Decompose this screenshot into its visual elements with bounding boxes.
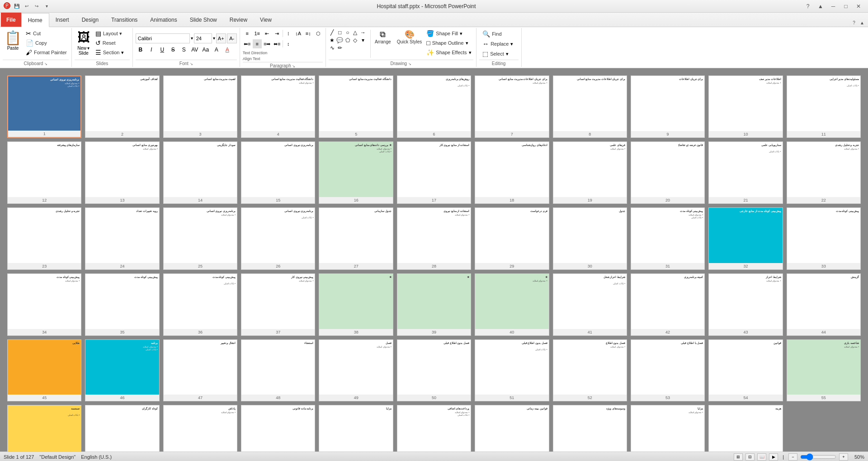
find-button[interactable]: 🔍 Find xyxy=(481,29,517,38)
shape-outline-button[interactable]: □ Shape Outline ▾ xyxy=(425,38,473,47)
slide-thumb[interactable]: برای جریان اطلاعات مدیریت منابع انسانی 8 xyxy=(553,75,627,138)
text-direction-btn[interactable]: ↕A xyxy=(294,29,303,38)
strikethrough-button[interactable]: S xyxy=(168,45,178,55)
new-slide-label[interactable]: New ▾ xyxy=(77,46,90,51)
slide-thumb[interactable]: طلایی 45 xyxy=(7,339,81,402)
bullets-button[interactable]: ≡ xyxy=(243,29,252,38)
slide-thumb[interactable]: مزایا • محتوای اسلاید 64 xyxy=(631,405,705,452)
slide-thumb[interactable]: پیش‌بینی کوتاه مدت • محتوای اسلاید • نکا… xyxy=(631,207,705,270)
slide-thumb[interactable]: سناریویابی علمی • نکات اصلی 21 xyxy=(708,141,783,204)
slide-thumb[interactable]: جدول سازمانی 27 xyxy=(319,207,393,270)
ribbon-toggle-btn[interactable]: ▲ xyxy=(815,2,826,11)
bold-button[interactable]: B xyxy=(136,45,146,55)
slide-thumb[interactable]: ★ • محتوای اسلاید 40 xyxy=(475,273,549,336)
shadow-button[interactable]: S xyxy=(179,45,189,55)
tab-file[interactable]: File xyxy=(1,13,21,27)
slide-thumb[interactable]: شرایط احراز شغل • نکات اصلی 41 xyxy=(553,273,627,336)
shape-pentagon[interactable]: ⬠ xyxy=(344,37,351,44)
align-center-btn[interactable]: ≡ xyxy=(253,39,262,48)
slide-thumb[interactable]: اهمیت مدیریت منابع انسانی 3 xyxy=(163,75,237,138)
change-case-button[interactable]: Aa xyxy=(201,45,211,55)
slide-thumb[interactable]: کمیته برنامه‌ریزی 42 xyxy=(631,273,705,336)
align-left-btn[interactable]: ⬅≡ xyxy=(243,39,252,48)
slide-thumb[interactable]: پیش‌بینی کوتاه مدت 33 xyxy=(787,207,861,270)
maximize-btn[interactable]: □ xyxy=(840,2,852,11)
shape-callout[interactable]: 💬 xyxy=(336,37,344,44)
char-spacing-button[interactable]: AV xyxy=(190,45,200,55)
slide-sorter-btn[interactable]: ⊟ xyxy=(745,453,755,461)
reset-button[interactable]: ↺ Reset xyxy=(94,38,130,47)
slide-thumb[interactable]: پیش‌بینی کوتاه مدت 35 xyxy=(85,273,159,336)
tab-view[interactable]: View xyxy=(254,13,278,27)
new-slide-button[interactable]: 🖼 xyxy=(75,29,93,46)
slide-thumb[interactable]: وسوسه‌های ویژه 63 xyxy=(553,405,627,452)
customize-quick-btn[interactable]: ▾ xyxy=(42,2,51,10)
slide-thumb[interactable]: روش‌های برنامه‌ریزی • نکات اصلی 6 xyxy=(397,75,471,138)
slide-thumb[interactable]: برنامه‌ریزی نیروی انسانی • محتوای اسلاید… xyxy=(7,75,81,138)
slide-thumb[interactable]: فصل بدون اطلاع قبلی • نکات اصلی 51 xyxy=(475,339,549,402)
slide-thumb[interactable]: انتقال و تغییر 47 xyxy=(163,339,237,402)
slide-thumb[interactable]: تجربه و تحلیل رشدی 23 xyxy=(7,207,81,270)
slide-thumb[interactable]: شرایط احراز • محتوای اسلاید 43 xyxy=(708,273,783,336)
normal-view-btn[interactable]: ⊞ xyxy=(734,453,743,461)
redo-quick-btn[interactable]: ↪ xyxy=(33,2,41,10)
columns-button[interactable]: ⫶ xyxy=(284,29,293,38)
slide-thumb[interactable]: فصل • محتوای اسلاید 49 xyxy=(319,339,393,402)
slide-thumb[interactable]: پرداخت‌های اضافی • محتوای اسلاید • نکات … xyxy=(397,405,471,452)
slide-thumb[interactable]: قوانین بیمه زمانی 62 xyxy=(475,405,549,452)
slide-thumb[interactable]: اطلاعات مدیر صف • محتوای اسلاید 10 xyxy=(708,75,783,138)
shape-diamond[interactable]: ◇ xyxy=(352,37,359,44)
slide-thumb[interactable]: جدول 30 xyxy=(553,207,627,270)
arrange-button[interactable]: ⧉ Arrange xyxy=(372,29,394,46)
increase-font-btn[interactable]: A+ xyxy=(216,33,226,43)
slide-thumb[interactable]: پاداش • محتوای اسلاید 58 xyxy=(163,405,237,452)
zoom-in-btn[interactable]: + xyxy=(839,453,848,461)
decrease-indent-btn[interactable]: ⇤ xyxy=(263,29,272,38)
underline-button[interactable]: U xyxy=(157,45,167,55)
slide-thumb[interactable]: فصل با اطلاع قبلی 53 xyxy=(631,339,705,402)
shape-fill-button[interactable]: 🪣 Shape Fill ▾ xyxy=(425,29,473,38)
slide-thumb[interactable]: برنامه • محتوای اسلاید • نکات اصلی 46 xyxy=(85,339,159,402)
tab-insert[interactable]: Insert xyxy=(49,13,75,27)
tab-home[interactable]: Home xyxy=(21,13,49,27)
shape-more[interactable]: ▾ xyxy=(359,37,367,44)
slide-thumb[interactable]: ادغام‌های روان‌شناسی 18 xyxy=(475,141,549,204)
slide-thumb[interactable]: برنامه‌ریزی نیروی انسانی 15 xyxy=(241,141,315,204)
slideshow-btn[interactable]: ▶ xyxy=(769,453,778,461)
undo-quick-btn[interactable]: ↩ xyxy=(23,2,31,10)
slide-thumb[interactable]: برای جریان اطلاعات 9 xyxy=(631,75,705,138)
shape-circle[interactable]: ○ xyxy=(344,29,351,36)
italic-button[interactable]: I xyxy=(146,45,156,55)
cut-button[interactable]: ✂ Cut xyxy=(24,29,69,38)
clear-format-btn[interactable]: A xyxy=(212,45,222,55)
slide-thumb[interactable]: صمصمه • نکات اصلی 56 xyxy=(7,405,81,452)
slide-thumb[interactable]: پیش‌بینی نیروی کار • محتوای اسلاید 37 xyxy=(241,273,315,336)
shape-triangle[interactable]: △ xyxy=(352,29,359,36)
slide-thumb[interactable]: برنامه ماده قانونی 59 xyxy=(241,405,315,452)
close-btn[interactable]: ✕ xyxy=(853,2,864,11)
tab-slideshow[interactable]: Slide Show xyxy=(184,13,223,27)
slide-thumb[interactable]: پیش‌بینی کوتاه مدت • محتوای اسلاید 34 xyxy=(7,273,81,336)
shape-line[interactable]: ╱ xyxy=(329,29,336,36)
tab-animations[interactable]: Animations xyxy=(144,13,183,27)
copy-button[interactable]: 📄 Copy xyxy=(24,38,69,47)
slide-thumb[interactable]: بهره‌وری منابع انسانی • محتوای اسلاید 13 xyxy=(85,141,159,204)
slide-thumb[interactable]: هزینه 65 xyxy=(708,405,783,452)
shape-curve[interactable]: ∿ xyxy=(329,44,336,52)
slide-thumb[interactable]: ★ 39 xyxy=(397,273,471,336)
shape-star[interactable]: ★ xyxy=(329,37,336,44)
slide-thumb[interactable]: کوتاه کارگران 57 xyxy=(85,405,159,452)
replace-button[interactable]: ↔ Replace ▾ xyxy=(481,39,517,48)
slide-thumb[interactable]: فن‌های علمی • محتوای اسلاید 19 xyxy=(553,141,627,204)
slide-thumb[interactable]: فصل بدون اطلاع • محتوای اسلاید 52 xyxy=(553,339,627,402)
quick-styles-button[interactable]: 🎨 Quick Styles xyxy=(395,29,424,46)
slide-thumb[interactable]: گزینش 44 xyxy=(787,273,861,336)
slide-thumb[interactable]: برنامه‌ریزی نیروی انسانی • محتوای اسلاید… xyxy=(163,207,237,270)
format-painter-button[interactable]: 🖌 Format Painter xyxy=(24,48,69,57)
font-name-input[interactable] xyxy=(136,33,190,43)
slide-thumb[interactable]: برنامه‌ریزی نیروی انسانی • نکات اصلی 26 xyxy=(241,207,315,270)
slide-thumb[interactable]: دانشگاه فعالیت مدیریت منابع انسانی 5 xyxy=(319,75,393,138)
ribbon-help-btn[interactable]: ? xyxy=(850,19,858,27)
justify-btn[interactable]: ⬌≡ xyxy=(273,39,282,48)
slide-thumb[interactable]: ★ بررسی داده‌های منابع انسانی • محتوای ا… xyxy=(319,141,393,204)
